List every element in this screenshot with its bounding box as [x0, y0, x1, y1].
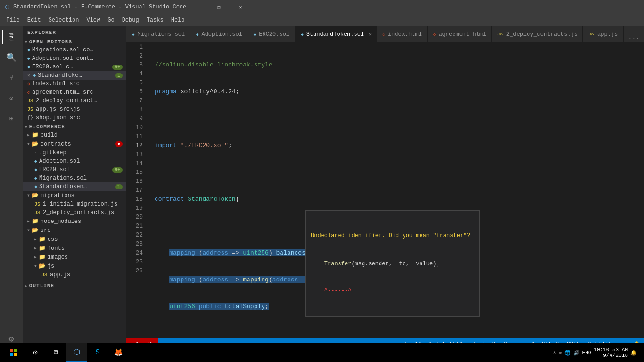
tab-indexhtml[interactable]: ◇ index.html [377, 26, 428, 42]
folder-arrow-icon: ▶ [34, 237, 37, 241]
taskbar-clock[interactable]: 10:10:53 AM 9/4/2018 [594, 347, 628, 358]
line-num-3: 3 [126, 60, 143, 69]
open-editors-section[interactable]: ▼ Open Editors [23, 37, 126, 46]
tree-1initial[interactable]: JS 1_initial_migration.js [23, 200, 126, 208]
code-content[interactable]: //solium-disable linebreak-style pragma … [150, 42, 644, 338]
folder-icon: 📂 [32, 192, 39, 199]
volume-icon[interactable]: 🔊 [573, 350, 580, 356]
taskbar-taskview[interactable]: ⧉ [46, 343, 66, 362]
sol-tab-icon: ◆ [196, 32, 198, 37]
code-line-5 [155, 168, 644, 177]
line-num-26: 26 [126, 266, 143, 275]
open-editor-appjs[interactable]: JS app.js src\js [23, 105, 126, 114]
tree-js[interactable]: ▼ 📂 js [23, 262, 126, 271]
code-line-4: import "./ERC20.sol"; [155, 141, 644, 150]
code-line-3 [155, 114, 644, 123]
window-controls: ─ ❐ ✕ [186, 0, 251, 14]
menu-debug[interactable]: Debug [118, 16, 143, 25]
tab-close-icon[interactable]: ✕ [369, 32, 372, 37]
tree-build[interactable]: ▶ 📁 build [23, 131, 126, 140]
language-indicator[interactable]: ENG [582, 350, 592, 355]
line-num-8: 8 [126, 105, 143, 114]
start-button[interactable] [2, 343, 25, 362]
tab-standardtoken[interactable]: ◆ StandardToken.sol ✕ [295, 26, 377, 42]
menu-selection[interactable]: Selection [45, 16, 83, 25]
menu-help[interactable]: Help [167, 16, 189, 25]
tab-erc20[interactable]: ◆ ERC20.sol [248, 26, 295, 42]
tree-adoptionsol[interactable]: ◆ Adoption.sol [23, 157, 126, 165]
tab-2deploy[interactable]: JS 2_deploy_contracts.js [492, 26, 583, 42]
activitybar: ⎘ 🔍 ⑂ ⊘ ⊞ ⚙ [0, 26, 23, 350]
tree-gitkeep[interactable]: · .gitkeep [23, 148, 126, 157]
taskbar-firefox[interactable]: 🦊 [108, 343, 129, 362]
tab-migrations[interactable]: ◆ Migrations.sol [126, 26, 190, 42]
tree-migrations-folder[interactable]: ▼ 📂 migrations [23, 191, 126, 200]
folder-arrow-icon: ▼ [27, 193, 30, 197]
open-editor-deploy[interactable]: JS 2_deploy_contract… [23, 97, 126, 105]
open-editor-erc20[interactable]: ◆ ERC20.sol c… 9+ [23, 63, 126, 71]
taskbar-right: ∧ ⌨ 🌐 🔊 ENG 10:10:53 AM 9/4/2018 🔔 [553, 347, 642, 358]
taskbar-keyboard-icon[interactable]: ⌨ [559, 350, 562, 356]
menu-tasks[interactable]: Tasks [143, 16, 167, 25]
taskview-icon: ⧉ [54, 349, 58, 356]
line-num-16: 16 [126, 177, 143, 186]
svg-rect-3 [14, 353, 17, 356]
open-editor-shopjson[interactable]: {} shop.json src [23, 114, 126, 122]
tree-erc20sol[interactable]: ◆ ERC20.sol 9+ [23, 165, 126, 174]
tab-adoption[interactable]: ◆ Adoption.sol [190, 26, 248, 42]
open-editor-agreementhtml[interactable]: ◇ agreement.html src [23, 88, 126, 97]
contracts-error-badge: ● [115, 141, 123, 147]
tree-nodemodules[interactable]: ▶ 📁 node_modules [23, 217, 126, 226]
explorer-activity-icon[interactable]: ⎘ [2, 28, 20, 46]
maximize-button[interactable]: ❐ [208, 0, 230, 14]
code-editor[interactable]: 1 2 3 4 5 6 7 8 9 10 11 12 13 14 15 16 1 [126, 42, 644, 338]
folder-icon: 📂 [32, 227, 39, 234]
minimize-button[interactable]: ─ [186, 0, 208, 14]
open-editor-indexhtml[interactable]: ◇ index.html src [23, 80, 126, 88]
folder-arrow-icon: ▼ [27, 142, 30, 146]
tree-contracts[interactable]: ▼ 📂 contracts ● [23, 140, 126, 148]
git-activity-icon[interactable]: ⑂ [2, 69, 20, 87]
erc20-badge: 9+ [112, 65, 123, 70]
taskbar-vscode[interactable]: ⬡ [66, 343, 87, 362]
main-layout: ⎘ 🔍 ⑂ ⊘ ⊞ ⚙ Explorer ▼ Open Editors ◆ Mi… [0, 26, 644, 350]
tree-appjs-src[interactable]: JS app.js [23, 271, 126, 279]
taskbar-tray-icons: ∧ [553, 350, 556, 356]
outline-section[interactable]: ▶ Outline [23, 281, 126, 289]
debug-activity-icon[interactable]: ⊘ [2, 89, 20, 107]
menu-view[interactable]: View [83, 16, 104, 25]
menu-file[interactable]: File [2, 16, 24, 25]
tab-2deploy-label: 2_deploy_contracts.js [506, 31, 578, 38]
taskbar-skype[interactable]: S [87, 343, 108, 362]
network-icon[interactable]: 🌐 [564, 350, 571, 356]
standardtoken-tree-badge: 1 [115, 184, 123, 189]
close-icon[interactable]: ✕ [27, 73, 30, 78]
tree-css[interactable]: ▶ 📁 css [23, 235, 126, 244]
open-editor-adoption[interactable]: ◆ Adoption.sol cont… [23, 54, 126, 63]
close-button[interactable]: ✕ [230, 0, 251, 14]
json-icon: {} [27, 115, 33, 121]
open-editor-standardtoken[interactable]: ✕ ◆ StandardToke… 1 [23, 71, 126, 80]
open-editor-migrations[interactable]: ◆ Migrations.sol co… [23, 46, 126, 54]
menu-go[interactable]: Go [104, 16, 118, 25]
tree-fonts[interactable]: ▶ 📁 fonts [23, 244, 126, 253]
sol-icon: ◆ [34, 175, 37, 181]
tree-src[interactable]: ▼ 📂 src [23, 226, 126, 235]
tab-appjs[interactable]: JS app.js [583, 26, 623, 42]
tree-2deploy[interactable]: JS 2_deploy_contracts.js [23, 208, 126, 217]
ecommerce-section[interactable]: ▼ E-Commerce [23, 122, 126, 131]
tab-overflow-button[interactable]: ··· [624, 35, 644, 42]
menubar: File Edit Selection View Go Debug Tasks … [0, 14, 644, 26]
line-num-12: 12 [126, 141, 143, 150]
menu-edit[interactable]: Edit [24, 16, 45, 25]
tree-standardtoken[interactable]: ◆ StandardToken… 1 [23, 182, 126, 191]
extensions-activity-icon[interactable]: ⊞ [2, 109, 20, 127]
tree-images[interactable]: ▶ 📁 images [23, 253, 126, 262]
taskbar-search[interactable]: ⊙ [25, 343, 46, 362]
open-editor-erc20-label: ERC20.sol c… [32, 64, 73, 70]
tab-agreementhtml[interactable]: ◇ agreement.html [428, 26, 492, 42]
search-activity-icon[interactable]: 🔍 [2, 49, 20, 66]
sol-icon: ◆ [34, 167, 37, 173]
notification-icon[interactable]: 🔔 [630, 350, 637, 356]
tree-migrationssol[interactable]: ◆ Migrations.sol [23, 174, 126, 182]
